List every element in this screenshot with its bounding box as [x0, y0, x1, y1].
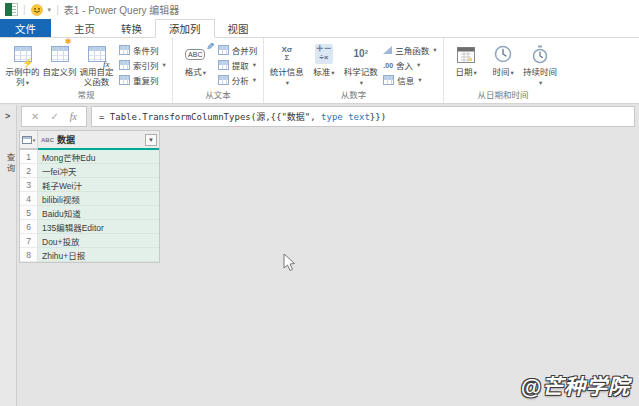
- standard-button[interactable]: ＋－÷× 标准▾: [305, 40, 342, 77]
- row-number[interactable]: 7: [20, 234, 38, 248]
- cell-value[interactable]: 135编辑器Editor: [38, 220, 159, 234]
- smiley-quick-access-icon[interactable]: [31, 4, 43, 16]
- duplicate-column-button[interactable]: 重复列: [119, 74, 166, 86]
- chevron-down-icon: ▾: [33, 137, 36, 143]
- chevron-down-icon: ▾: [253, 61, 256, 69]
- chevron-down-icon: ▾: [360, 79, 363, 86]
- tab-view[interactable]: 视图: [215, 19, 262, 37]
- chevron-down-icon: ▾: [418, 76, 421, 84]
- index-column-button[interactable]: 索引列 ▾: [119, 59, 166, 71]
- excel-app-icon: [5, 3, 18, 16]
- information-button[interactable]: 信息 ▾: [383, 74, 436, 86]
- scientific-button[interactable]: 10² 科学记数▾: [342, 40, 379, 87]
- formula-input[interactable]: = Table.TransformColumnTypes(源,{{"数据", t…: [91, 106, 635, 127]
- watermark: @芒种学院: [521, 370, 630, 400]
- extract-icon: [218, 60, 229, 70]
- pencil-icon: ✎: [206, 41, 214, 53]
- cell-value[interactable]: Baidu知道: [38, 206, 159, 220]
- titlebar-separator: |: [23, 4, 26, 15]
- fx-icon: fx: [70, 111, 77, 122]
- filter-caret-icon: ▼: [148, 137, 154, 143]
- extract-button[interactable]: 提取 ▾: [218, 59, 258, 71]
- row-number[interactable]: 4: [20, 192, 38, 206]
- table-icon: [119, 75, 130, 85]
- format-button[interactable]: ABC ✎ 格式▾: [177, 40, 214, 77]
- information-icon: [383, 75, 394, 85]
- row-number[interactable]: 3: [20, 178, 38, 192]
- statistics-icon: XσΣ: [280, 46, 294, 62]
- commit-formula-icon[interactable]: ✓: [50, 111, 58, 122]
- window-title: 表1 - Power Query 编辑器: [64, 2, 180, 17]
- table-row: 1 Mong芒种Edu: [20, 150, 159, 164]
- tab-home[interactable]: 主页: [61, 19, 108, 37]
- cell-value[interactable]: bilibili视频: [38, 192, 159, 206]
- trigonometry-button[interactable]: 三角函数 ▾: [383, 44, 436, 56]
- expand-queries-icon[interactable]: >: [5, 111, 10, 121]
- chevron-down-icon: ▾: [539, 79, 542, 86]
- table-icon: [22, 136, 32, 144]
- column-filter-button[interactable]: ▼: [145, 134, 157, 146]
- formula-bar: ✕ ✓ fx = Table.TransformColumnTypes(源,{{…: [21, 106, 635, 127]
- fx-icon: fx: [103, 60, 110, 69]
- rounding-icon: .00: [383, 62, 393, 69]
- chevron-down-icon: ▾: [286, 79, 289, 86]
- ribbon-group-from-date-time: 日期▾ 时间▾ 持续时: [443, 38, 563, 103]
- text-type-icon: ABC: [41, 137, 54, 143]
- quick-access-dropdown-icon[interactable]: ▾: [48, 6, 52, 14]
- time-button[interactable]: 时间▾: [485, 40, 522, 77]
- table-row: 3 耗子Wei汁: [20, 178, 159, 192]
- table-icon: [119, 60, 130, 70]
- cell-value[interactable]: 一fei冲天: [38, 164, 159, 178]
- table-row: 5 Baidu知道: [20, 206, 159, 220]
- merge-columns-icon: [218, 45, 229, 55]
- table-icon: [51, 46, 69, 62]
- clock-icon: [494, 45, 512, 63]
- date-button[interactable]: 日期▾: [448, 40, 485, 77]
- statistics-button[interactable]: XσΣ 统计信息▾: [268, 40, 305, 87]
- group-label-general: 常规: [4, 89, 168, 103]
- tab-file[interactable]: 文件: [0, 19, 51, 37]
- column-header-data[interactable]: ABC 数据 ▼: [38, 131, 159, 150]
- custom-column-button[interactable]: ✱ 自定义列: [41, 40, 78, 77]
- table-icon: [119, 45, 130, 55]
- table-row: 7 Dou+投放: [20, 234, 159, 248]
- conditional-column-button[interactable]: 条件列: [119, 44, 166, 56]
- ribbon-group-general: ⚡ 示例中的列▾ ✱ 自定义列 fx 调用自定义函数 条件列 索引列: [0, 38, 172, 103]
- stopwatch-icon: [531, 45, 549, 64]
- chevron-down-icon: ▾: [253, 76, 256, 84]
- queries-pane-collapsed: > 查询: [0, 105, 17, 406]
- titlebar: | ▾ | 表1 - Power Query 编辑器: [0, 0, 639, 19]
- table-corner-menu[interactable]: ▾: [20, 131, 38, 150]
- table-row: 6 135编辑器Editor: [20, 220, 159, 234]
- cell-value[interactable]: 耗子Wei汁: [38, 178, 159, 192]
- tab-add-column[interactable]: 添加列: [155, 19, 215, 38]
- cell-value[interactable]: Zhihu+日报: [38, 248, 159, 262]
- data-preview-table: ▾ ABC 数据 ▼ 1 Mong芒种Edu 2 一fei冲天 3 耗子Wei汁…: [19, 130, 160, 263]
- row-number[interactable]: 6: [20, 220, 38, 234]
- parse-button[interactable]: 分析 ▾: [218, 74, 258, 86]
- group-label-from-date-time: 从日期和时间: [448, 89, 559, 103]
- chevron-down-icon: ▾: [433, 46, 436, 54]
- cell-value[interactable]: Mong芒种Edu: [38, 150, 159, 164]
- invoke-custom-function-button[interactable]: fx 调用自定义函数: [78, 40, 115, 87]
- cell-value[interactable]: Dou+投放: [38, 234, 159, 248]
- cancel-formula-icon[interactable]: ✕: [31, 111, 39, 122]
- column-from-examples-button[interactable]: ⚡ 示例中的列▾: [4, 40, 41, 87]
- triangle-icon: [383, 46, 392, 54]
- table-row: 2 一fei冲天: [20, 164, 159, 178]
- row-number[interactable]: 2: [20, 164, 38, 178]
- titlebar-separator: |: [56, 4, 59, 15]
- merge-columns-button[interactable]: 合并列: [218, 44, 258, 56]
- queries-pane-label: 查询: [4, 153, 16, 174]
- rounding-button[interactable]: .00 舍入 ▾: [383, 59, 436, 71]
- chevron-down-icon: ▾: [473, 69, 476, 76]
- tab-transform[interactable]: 转换: [108, 19, 155, 37]
- row-number[interactable]: 5: [20, 206, 38, 220]
- duration-button[interactable]: 持续时间▾: [522, 40, 559, 87]
- ribbon-group-from-text: ABC ✎ 格式▾ 合并列 提取 ▾ 分析 ▾ 从文本: [172, 38, 264, 103]
- row-number[interactable]: 8: [20, 248, 38, 262]
- chevron-down-icon: ▾: [331, 69, 334, 76]
- ribbon-tabs: 文件 主页 转换 添加列 视图: [0, 19, 639, 38]
- chevron-down-icon: ▾: [417, 61, 420, 69]
- row-number[interactable]: 1: [20, 150, 38, 164]
